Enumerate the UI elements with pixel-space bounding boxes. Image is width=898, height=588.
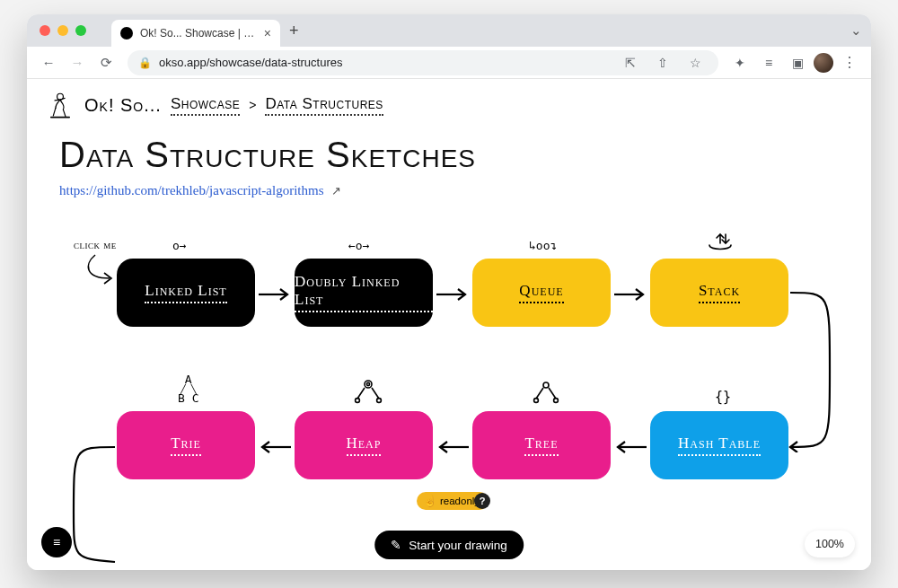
node-label: Stack [699, 282, 740, 303]
node-hash-table[interactable]: Hash Table [650, 411, 788, 479]
bookmark-icon[interactable]: ☆ [682, 50, 708, 75]
extensions-icon[interactable]: ✦ [727, 50, 753, 75]
start-drawing-button[interactable]: ✎ Start your drawing [374, 531, 524, 559]
trie-mini-icon: A ╱ ╲ B C [178, 375, 198, 403]
node-label: Trie [171, 434, 201, 456]
arrow-doubly-to-queue [435, 284, 471, 305]
new-tab-button[interactable]: + [289, 22, 299, 40]
svg-point-7 [554, 399, 559, 403]
reading-list-icon[interactable]: ≡ [756, 50, 781, 75]
browser-tab[interactable]: Ok! So... Showcase | Data Stru × [111, 20, 280, 47]
browser-tab-strip: Ok! So... Showcase | Data Stru × + ⌄ [27, 14, 871, 47]
node-label: Heap [347, 434, 382, 456]
canvas-menu-button[interactable]: ≡ [41, 527, 72, 557]
minimize-window-button[interactable] [57, 25, 68, 36]
node-queue[interactable]: Queue [472, 259, 611, 327]
node-label: Tree [524, 434, 558, 456]
arrow-queue-to-stack [612, 284, 648, 305]
traffic-lights [40, 25, 86, 36]
pencil-icon: ✎ [391, 538, 401, 552]
tab-favicon [120, 27, 133, 39]
help-button[interactable]: ? [474, 493, 490, 509]
profile-avatar[interactable] [814, 53, 833, 73]
share-icon[interactable]: ⇧ [650, 50, 675, 75]
tabs-overflow-button[interactable]: ⌄ [850, 22, 862, 39]
hash-table-mini-icon: {} [715, 389, 731, 405]
node-label: Hash Table [678, 434, 761, 456]
tree-mini-icon [532, 381, 560, 404]
queue-mini-icon: ↳oo↴ [529, 239, 557, 252]
page-content: Ok! So... Showcase > Data Structures Dat… [27, 79, 871, 570]
url-text: okso.app/showcase/data-structures [159, 56, 611, 69]
arrow-heap-to-trie [257, 436, 293, 458]
install-app-icon[interactable]: ⇱ [618, 50, 643, 75]
arrow-trie-down [63, 442, 117, 567]
lock-icon: 🔒 [138, 57, 152, 69]
node-stack[interactable]: Stack [650, 259, 788, 327]
node-heap[interactable]: Heap [295, 411, 433, 479]
stack-mini-icon [708, 231, 733, 252]
menu-icon: ≡ [53, 535, 60, 549]
node-label: Linked List [145, 282, 226, 303]
back-button[interactable]: ← [36, 50, 61, 75]
forward-button[interactable]: → [65, 50, 90, 75]
address-bar[interactable]: 🔒 okso.app/showcase/data-structures ⇱ ⇧ … [128, 50, 718, 75]
node-doubly-linked-list[interactable]: Doubly Linked List [295, 259, 433, 327]
start-button-label: Start your drawing [409, 539, 507, 552]
close-tab-button[interactable]: × [264, 26, 271, 40]
node-label: Doubly Linked List [295, 273, 433, 312]
close-window-button[interactable] [40, 25, 50, 36]
svg-point-3 [356, 399, 360, 403]
reload-button[interactable]: ⟳ [93, 50, 119, 75]
svg-point-1 [365, 381, 372, 388]
arrow-hash-to-tree [612, 436, 648, 458]
svg-point-5 [543, 382, 549, 388]
node-linked-list[interactable]: Linked List [117, 259, 255, 327]
heap-mini-icon [354, 379, 383, 404]
side-panel-icon[interactable]: ▣ [785, 50, 810, 75]
click-me-label: click me [74, 238, 117, 252]
maximize-window-button[interactable] [75, 25, 86, 36]
node-tree[interactable]: Tree [472, 411, 611, 479]
svg-point-6 [534, 399, 539, 403]
tab-title: Ok! So... Showcase | Data Stru [140, 27, 257, 39]
browser-menu-button[interactable]: ⋮ [837, 50, 862, 75]
browser-toolbar: ← → ⟳ 🔒 okso.app/showcase/data-structure… [27, 47, 871, 79]
node-trie[interactable]: Trie [117, 411, 255, 479]
arrow-tree-to-heap [435, 436, 471, 458]
arrow-linked-to-doubly [257, 284, 293, 305]
doubly-linked-list-mini-icon: ←o→ [348, 239, 369, 252]
node-label: Queue [519, 282, 563, 303]
svg-point-4 [377, 399, 382, 403]
zoom-level[interactable]: 100% [805, 531, 855, 557]
click-me-arrow [79, 251, 122, 287]
linked-list-mini-icon: o→ [172, 239, 187, 252]
svg-point-2 [366, 382, 369, 385]
arrow-stack-to-hash [788, 287, 842, 452]
hand-icon: ☝ [424, 495, 436, 507]
